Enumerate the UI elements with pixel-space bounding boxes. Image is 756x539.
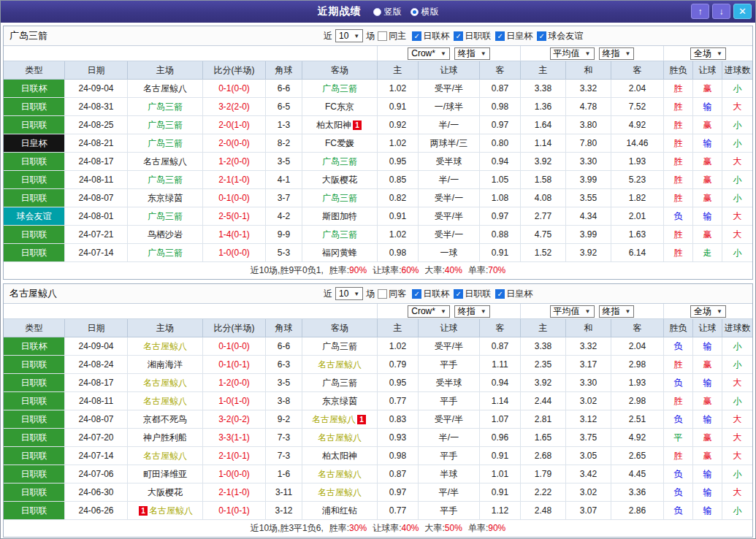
handicap-result: 赢 [693,392,722,410]
same-venue-filter[interactable]: 同主 [378,30,406,42]
crown-away-odds: 0.88 [480,226,521,244]
corners: 3-12 [266,502,302,520]
goals-result: 小 [722,244,752,262]
match-result: 胜 [664,98,693,116]
bookmaker-select[interactable]: Crow* ▼ [408,47,450,60]
close-button[interactable]: ✕ [733,4,752,19]
score: 2-5(0-1) [203,207,266,226]
corners: 5-3 [266,244,302,262]
match-row: 日职联24-08-07京都不死鸟3-2(0-2)9-2名古屋鲸八10.83受平/… [4,410,752,429]
match-date: 24-08-31 [65,98,128,116]
crown-away-odds: 0.97 [480,207,521,226]
handicap-result: 输 [693,134,722,153]
league-filter-label: 日皇杯 [506,288,532,300]
euro-away-odds: 2.98 [611,392,664,410]
corners: 3-5 [266,153,302,171]
checkbox-icon: ✓ [454,31,463,41]
euro-away-odds: 1.82 [611,189,664,207]
corners: 6-3 [266,356,302,374]
euro-draw-odds: 3.99 [566,171,611,189]
handicap-line: 平手 [419,356,480,374]
match-result: 胜 [664,189,693,207]
league-filter-2[interactable]: ✓日皇杯 [495,30,532,42]
scope-select[interactable]: 全场 ▼ [690,305,726,318]
euro-home-odds: 2.81 [521,410,566,429]
euro-away-odds: 2.04 [611,80,664,98]
goals-result: 大 [722,153,752,171]
euro-home-odds: 2.77 [521,207,566,226]
chevron-down-icon: ▼ [625,308,631,315]
league-filters: ✓日联杯✓日职联✓日皇杯 [412,288,532,300]
team-label: 柏太阳神 [322,450,357,462]
summary-stat-value: 50% [445,523,462,533]
league-filter-1[interactable]: ✓日职联 [454,30,491,42]
handicap-line: 半/一 [419,171,480,189]
match-count-select[interactable]: 10 ▼ [335,287,363,300]
odds-config-row: Crow* ▼ 终指 ▼ 平均值 ▼ 终指 ▼ [4,304,752,319]
corners: 6-6 [266,337,302,356]
crown-home-odds: 0.98 [378,447,419,465]
euro-home-odds: 2.22 [521,483,566,502]
match-count-select[interactable]: 10 ▼ [335,29,363,42]
euro-home-odds: 3.38 [521,337,566,356]
team-label: 名古屋鲸八 [143,156,187,168]
bookmaker-select[interactable]: Crow* ▼ [408,305,450,318]
home-team: 广岛三箭 [128,244,203,262]
team-label: 名古屋鲸八 [143,340,187,353]
home-team: 广岛三箭 [128,98,203,116]
column-header: 客 [611,61,664,80]
radio-vertical-layout[interactable]: 竖版 [373,6,402,18]
league-filter-0[interactable]: ✓日联杯 [412,30,449,42]
team-label: 广岛三箭 [148,137,183,150]
column-header: 类型 [4,61,65,80]
match-date: 24-08-11 [65,392,128,410]
euro-odds-source-select[interactable]: 平均值 ▼ [550,305,595,318]
summary-stat-label: 让球率: [373,523,401,533]
goals-result: 大 [722,410,752,429]
match-result: 胜 [664,447,693,465]
team-section: 广岛三箭 近 10 ▼ 场 同主 ✓日联杯✓日职联✓日皇杯✓球会友谊 Crow* [3,26,753,280]
handicap-result: 赢 [693,356,722,374]
league-filter-1[interactable]: ✓日职联 [454,288,491,300]
score: 3-3(1-1) [203,429,266,447]
scroll-down-button[interactable]: ↓ [712,4,730,19]
away-team: 东京绿茵 [302,392,378,410]
match-row: 日职联24-07-14名古屋鲸八2-1(0-1)7-3柏太阳神0.98平手0.9… [4,447,752,465]
crown-home-odds: 0.91 [378,207,419,226]
summary-stat-value: 40% [445,265,462,275]
scope-value: 全场 [694,47,711,60]
league-badge: 日职联 [4,116,65,134]
handicap-line: 平/半 [419,483,480,502]
team-label: 名古屋鲸八 [318,432,362,444]
match-row: 日联杯24-09-04名古屋鲸八0-1(0-0)6-6广岛三箭1.02受平/半0… [4,80,752,98]
match-result: 胜 [664,171,693,189]
crown-odds-time-select[interactable]: 终指 ▼ [454,47,490,60]
summary-stat: 单率:90% [468,522,505,535]
corners: 4-1 [266,171,302,189]
team-label: 湘南海洋 [148,359,183,371]
league-filter-3[interactable]: ✓球会友谊 [537,30,583,42]
euro-odds-time-select[interactable]: 终指 ▼ [599,305,635,318]
same-venue-filter[interactable]: 同客 [378,288,406,300]
scroll-up-button[interactable]: ↑ [691,4,709,19]
radio-horizontal-layout[interactable]: 横版 [411,6,439,18]
summary-stat: 大率:40% [425,264,462,277]
team-label: 福冈黄蜂 [322,247,357,259]
match-date: 24-06-26 [65,502,128,520]
recent-results-window: 近期战绩 竖版 横版 ↑ ↓ ✕ 广岛三箭 近 [0,0,756,539]
league-filter-0[interactable]: ✓日联杯 [412,288,449,300]
crown-away-odds: 0.96 [480,429,521,447]
euro-odds-time-select[interactable]: 终指 ▼ [599,47,635,60]
crown-odds-time-select[interactable]: 终指 ▼ [454,305,490,318]
league-filter-2[interactable]: ✓日皇杯 [495,288,532,300]
match-date: 24-07-20 [65,429,128,447]
euro-draw-odds: 4.34 [566,207,611,226]
home-team: 1名古屋鲸八 [128,502,203,520]
titlebar: 近期战绩 竖版 横版 ↑ ↓ ✕ [1,1,755,23]
crown-away-odds: 0.87 [480,80,521,98]
euro-odds-source-select[interactable]: 平均值 ▼ [550,47,595,60]
score: 2-0(1-0) [203,116,266,134]
handicap-result: 输 [693,483,722,502]
scope-select[interactable]: 全场 ▼ [690,47,726,60]
euro-home-odds: 1.79 [521,465,566,483]
